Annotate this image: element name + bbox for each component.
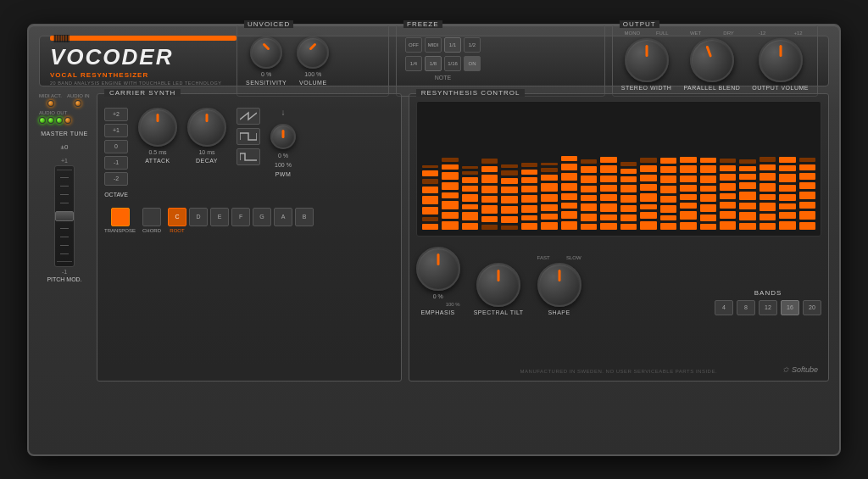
eq-segment-8-7 <box>581 159 597 164</box>
eq-segment-8-1 <box>581 214 597 221</box>
bands-label: BANDS <box>715 289 821 297</box>
octave-plus2-btn[interactable]: +2 <box>104 108 128 121</box>
full-label: FULL <box>656 31 669 36</box>
eq-bar-group-17[interactable] <box>760 107 776 231</box>
eq-bar-group-7[interactable] <box>561 107 577 231</box>
note-f-btn[interactable]: F <box>231 208 250 226</box>
eq-bar-group-13[interactable] <box>680 107 696 231</box>
chord-btn[interactable] <box>142 208 161 226</box>
saw-wave-btn[interactable] <box>236 108 260 125</box>
eq-bar-group-5[interactable] <box>521 107 537 231</box>
output-volume-knob[interactable] <box>759 38 803 82</box>
eq-segment-8-3 <box>581 195 597 201</box>
parallel-blend-knob[interactable] <box>684 32 741 89</box>
note-d-btn[interactable]: D <box>189 208 208 226</box>
note-buttons: C D E F G A B <box>168 208 314 226</box>
transpose-label: TRANSPOSE <box>104 228 136 233</box>
product-subtitle: VOCAL RESYNTHESIZER <box>50 71 236 79</box>
transpose-btn[interactable] <box>111 208 130 226</box>
square-wave-btn[interactable] <box>236 128 260 145</box>
output-section: OUTPUT MONO FULL STEREO WIDTH WET DRY <box>612 25 818 97</box>
note-c-btn[interactable]: C <box>168 208 186 226</box>
freeze-on-btn[interactable]: ON <box>464 56 481 71</box>
note-a-btn[interactable]: A <box>274 208 292 226</box>
eq-bar-group-3[interactable] <box>481 107 498 231</box>
freeze-off-btn[interactable]: OFF <box>405 37 422 53</box>
octave-0-btn[interactable]: 0 <box>104 140 128 153</box>
freeze-1-1-btn[interactable]: 1/1 <box>444 37 461 53</box>
eq-bar-group-9[interactable] <box>600 107 616 231</box>
note-g-btn[interactable]: G <box>253 208 271 226</box>
octave-plus1-btn[interactable]: +1 <box>104 124 128 137</box>
freeze-section: FREEZE OFF MIDI 1/1 1/2 1/4 1/8 1/16 ON … <box>396 25 605 97</box>
pitch-slider-thumb[interactable] <box>55 211 74 221</box>
eq-bar-group-12[interactable] <box>660 107 676 231</box>
master-panel: MIDI ACT. AUDIO IN AUDIO OUT <box>39 93 90 382</box>
bands-16-btn[interactable]: 16 <box>781 300 799 315</box>
freeze-1-16-btn[interactable]: 1/16 <box>444 56 461 71</box>
bands-4-btn[interactable]: 4 <box>715 300 733 315</box>
octave-minus2-btn[interactable]: -2 <box>104 172 128 186</box>
eq-segment-4-3 <box>501 196 517 204</box>
attack-knob[interactable] <box>138 108 177 147</box>
eq-bar-group-6[interactable] <box>541 107 557 231</box>
sensitivity-knob[interactable] <box>250 36 282 69</box>
eq-segment-8-2 <box>581 203 597 211</box>
eq-segment-14-2 <box>700 204 716 212</box>
eq-bar-group-8[interactable] <box>581 107 597 231</box>
freeze-midi-btn[interactable]: MIDI <box>425 37 442 53</box>
shape-knob[interactable] <box>537 263 581 307</box>
eq-segment-12-5 <box>660 175 676 184</box>
eq-bar-group-18[interactable] <box>779 107 795 231</box>
eq-segment-15-7 <box>720 159 736 163</box>
freeze-1-2-btn[interactable]: 1/2 <box>464 37 481 53</box>
octave-minus1-btn[interactable]: -1 <box>104 156 128 170</box>
eq-segment-2-7 <box>462 166 478 169</box>
eq-bar-group-16[interactable] <box>739 107 755 231</box>
eq-segment-3-6 <box>481 166 498 172</box>
pitch-min-label: -1 <box>62 269 67 275</box>
note-e-btn[interactable]: E <box>210 208 229 226</box>
emphasis-val-min: 0 % <box>433 293 443 299</box>
eq-bar-group-0[interactable] <box>422 107 438 231</box>
eq-segment-1-6 <box>442 164 458 170</box>
eq-bar-group-11[interactable] <box>640 107 656 231</box>
unvoiced-section: UNVOICED 0 % SENSITIVITY 100 % VOLUME <box>236 25 389 97</box>
freeze-1-8-btn[interactable]: 1/8 <box>425 56 442 71</box>
dry-label: DRY <box>723 31 734 36</box>
decay-knob[interactable] <box>187 108 226 147</box>
emphasis-knob[interactable] <box>416 247 460 291</box>
eq-bar-group-1[interactable] <box>442 107 458 231</box>
freeze-1-4-btn[interactable]: 1/4 <box>405 56 422 71</box>
eq-bar-group-15[interactable] <box>720 107 736 231</box>
bands-8-btn[interactable]: 8 <box>737 300 755 315</box>
bands-20-btn[interactable]: 20 <box>803 300 821 315</box>
stereo-width-knob[interactable] <box>625 38 669 82</box>
eq-bar-group-2[interactable] <box>462 107 478 231</box>
unvoiced-volume-knob[interactable] <box>297 36 329 69</box>
eq-segment-19-3 <box>799 192 815 199</box>
output-volume-label: OUTPUT VOLUME <box>752 85 809 91</box>
eq-segment-3-4 <box>481 186 498 193</box>
bands-12-btn[interactable]: 12 <box>759 300 777 315</box>
eq-segment-9-4 <box>600 185 616 191</box>
pwm-knob[interactable] <box>270 124 296 149</box>
eq-bar-group-14[interactable] <box>700 107 716 231</box>
eq-bar-group-4[interactable] <box>501 107 517 231</box>
spectral-tilt-knob[interactable] <box>476 263 520 307</box>
emphasis-val-right: 100 % <box>446 302 460 307</box>
pitch-slider[interactable] <box>54 165 75 267</box>
note-b-btn[interactable]: B <box>295 208 314 226</box>
pulse-wave-btn[interactable] <box>236 148 260 165</box>
eq-bar-group-10[interactable] <box>620 107 637 231</box>
eq-segment-7-2 <box>561 203 577 209</box>
eq-segment-14-6 <box>700 165 716 173</box>
unvoiced-volume-label: VOLUME <box>299 80 327 86</box>
eq-segment-15-3 <box>720 193 736 199</box>
eq-segment-6-3 <box>541 194 557 202</box>
shape-group: FAST SLOW SHAPE <box>537 255 581 315</box>
eq-segment-11-1 <box>640 212 656 219</box>
eq-segment-17-0 <box>760 223 776 229</box>
mono-label: MONO <box>625 31 641 36</box>
eq-bar-group-19[interactable] <box>799 107 815 231</box>
